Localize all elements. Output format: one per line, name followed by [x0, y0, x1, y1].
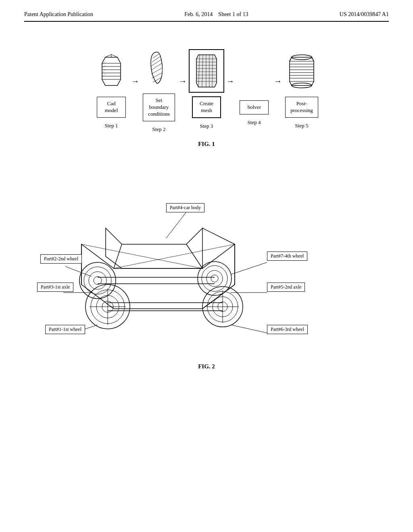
- step4-label: Step 4: [248, 119, 261, 126]
- step5-box: Post-processing: [285, 97, 318, 118]
- svg-line-88: [231, 325, 267, 333]
- step4-box: Solver: [240, 100, 269, 114]
- label-part2: Part#2-2nd wheel: [40, 254, 82, 264]
- arrow-3-4: →: [226, 77, 234, 86]
- step4-illustration: [236, 53, 272, 97]
- svg-line-16: [151, 59, 162, 66]
- svg-line-11: [102, 65, 105, 69]
- step2-box: Setboundaryconditions: [143, 94, 175, 121]
- header-left: Patent Application Publication: [24, 11, 93, 18]
- step3-box: Createmesh: [192, 96, 221, 118]
- label-part3: Part#3-1st axle: [37, 283, 73, 292]
- step5-illustration: [284, 49, 320, 94]
- svg-line-49: [114, 244, 122, 268]
- fig1-section: Cadmodel Step 1 →: [24, 46, 389, 148]
- workflow-step-3: Createmesh Step 3: [188, 49, 225, 129]
- header-right: US 2014/0039847 A1: [340, 11, 389, 18]
- fig2-diagram: Part#4-car body Part#2-2nd wheel Part#7-…: [33, 164, 380, 357]
- label-part6: Part#6-3rd wheel: [267, 325, 308, 334]
- label-part4: Part#4-car body: [166, 203, 204, 212]
- svg-line-56: [81, 244, 202, 268]
- fig2-section: Part#4-car body Part#2-2nd wheel Part#7-…: [24, 164, 389, 370]
- svg-line-46: [312, 57, 314, 61]
- svg-point-79: [211, 275, 218, 282]
- step1-box: Cadmodel: [97, 97, 126, 118]
- svg-line-82: [166, 212, 186, 238]
- workflow-step-2: Setboundaryconditions Step 2: [141, 46, 177, 133]
- arrow-4-5: →: [274, 77, 282, 86]
- svg-line-15: [152, 56, 161, 62]
- step2-illustration: [141, 46, 177, 90]
- workflow-step-5: Post-processing Step 5: [284, 49, 320, 129]
- svg-line-8: [111, 54, 117, 57]
- svg-point-0: [100, 52, 123, 91]
- svg-line-51: [202, 228, 235, 244]
- workflow-step-1: Cadmodel Step 1: [93, 49, 129, 129]
- arrow-1-2: →: [131, 77, 139, 86]
- svg-line-14: [153, 54, 159, 58]
- workflow-diagram: Cadmodel Step 1 →: [24, 46, 389, 133]
- svg-line-50: [186, 244, 202, 268]
- svg-line-7: [105, 54, 111, 57]
- svg-line-45: [290, 57, 292, 61]
- fig1-caption: FIG. 1: [24, 141, 389, 148]
- step5-label: Step 5: [295, 123, 309, 129]
- svg-line-83: [65, 266, 92, 276]
- step1-label: Step 1: [105, 123, 118, 129]
- svg-point-77: [202, 266, 227, 291]
- label-part1: Part#1-1st wheel: [45, 325, 85, 334]
- label-part5: Part#5-2nd axle: [267, 283, 305, 292]
- svg-line-19: [152, 73, 162, 78]
- page-header: Patent Application Publication Feb. 6, 2…: [0, 0, 413, 18]
- svg-point-73: [84, 267, 111, 294]
- step2-label: Step 2: [152, 126, 166, 133]
- svg-line-55: [114, 244, 235, 268]
- svg-line-13: [102, 73, 105, 77]
- step3-label: Step 3: [200, 123, 213, 129]
- step1-illustration: [93, 49, 129, 94]
- header-divider: [24, 21, 389, 22]
- svg-point-76: [198, 262, 232, 295]
- svg-point-75: [94, 276, 102, 285]
- step3-illustration: [188, 49, 225, 93]
- fig2-caption: FIG. 2: [24, 363, 389, 370]
- workflow-step-4: Solver Step 4: [236, 53, 272, 126]
- label-part7: Part#7-4th wheel: [267, 251, 307, 261]
- svg-line-84: [231, 262, 267, 274]
- svg-point-78: [206, 270, 223, 287]
- arrow-2-3: →: [179, 77, 187, 86]
- header-center: Feb. 6, 2014 Sheet 1 of 13: [184, 11, 248, 18]
